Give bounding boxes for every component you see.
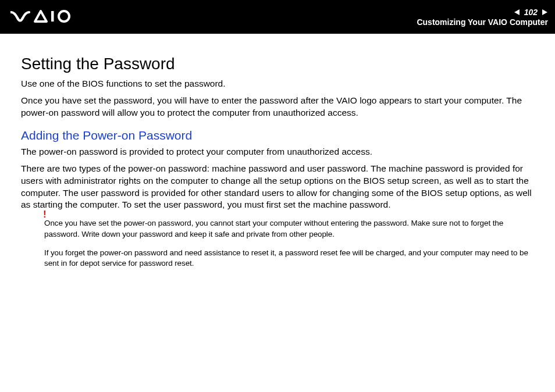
body-text-1: The power-on password is provided to pro… <box>21 146 538 158</box>
page-number: 102 <box>524 8 538 17</box>
header-right: 102 Customizing Your VAIO Computer <box>417 8 548 27</box>
page-content: Setting the Password Use one of the BIOS… <box>0 34 555 269</box>
page-nav: 102 <box>514 8 548 17</box>
warning-note: ! Once you have set the power-on passwor… <box>44 218 532 269</box>
warning-icon: ! <box>43 209 47 220</box>
svg-marker-2 <box>514 9 520 15</box>
body-text-2: There are two types of the power-on pass… <box>21 163 538 212</box>
page-title: Setting the Password <box>21 55 538 73</box>
note-text-1: Once you have set the power-on password,… <box>44 218 532 239</box>
intro-text-1: Use one of the BIOS functions to set the… <box>21 78 538 90</box>
svg-rect-0 <box>51 11 54 22</box>
svg-marker-3 <box>542 9 547 15</box>
note-text-2: If you forget the power-on password and … <box>44 248 532 269</box>
breadcrumb: Customizing Your VAIO Computer <box>417 17 548 27</box>
intro-text-2: Once you have set the password, you will… <box>21 95 538 119</box>
svg-point-1 <box>59 11 69 22</box>
next-page-icon[interactable] <box>541 9 548 16</box>
vaio-logo <box>10 10 74 24</box>
section-subtitle: Adding the Power-on Password <box>21 129 538 142</box>
prev-page-icon[interactable] <box>514 9 521 16</box>
page-header: 102 Customizing Your VAIO Computer <box>0 0 555 34</box>
